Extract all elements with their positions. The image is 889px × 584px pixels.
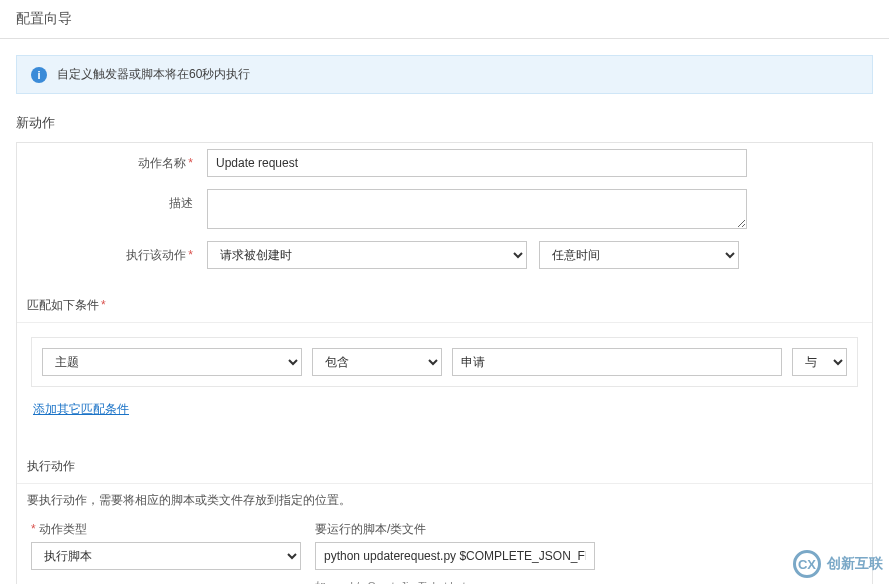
section-new-action: 新动作 [0,110,889,142]
action-form-panel: 动作名称 描述 执行该动作 请求被创建时 任意时间 匹配如下条件 主题 包含 与 [16,142,873,584]
row-action-name: 动作名称 [17,143,872,183]
exec-section: 要执行动作，需要将相应的脚本或类文件存放到指定的位置。 动作类型 执行脚本 要运… [17,484,872,584]
add-criteria-link[interactable]: 添加其它匹配条件 [33,401,129,418]
exec-header: 执行动作 [17,450,872,484]
exec-row: 动作类型 执行脚本 要运行的脚本/类文件 如: cmd /c CreateJir… [17,517,872,584]
label-script: 要运行的脚本/类文件 [315,521,725,538]
label-action-name: 动作名称 [37,149,207,172]
script-hint: 如: cmd /c CreateJiraTicket.bat 。默认情况下，脚本… [315,578,725,584]
criteria-row: 主题 包含 与 [31,337,858,387]
label-description: 描述 [37,189,207,212]
exec-description: 要执行动作，需要将相应的脚本或类文件存放到指定的位置。 [17,484,872,517]
input-script[interactable] [315,542,595,570]
brand-icon: CX [793,550,821,578]
input-criteria-value[interactable] [452,348,782,376]
select-criteria-operator[interactable]: 包含 [312,348,442,376]
label-action-type: 动作类型 [31,521,301,538]
select-action-type[interactable]: 执行脚本 [31,542,301,570]
info-icon: i [31,67,47,83]
brand-text: 创新互联 [827,555,883,573]
select-time[interactable]: 任意时间 [539,241,739,269]
info-banner-text: 自定义触发器或脚本将在60秒内执行 [57,66,250,83]
row-description: 描述 [17,183,872,235]
page-title: 配置向导 [0,0,889,39]
criteria-header: 匹配如下条件 [17,289,872,323]
textarea-description[interactable] [207,189,747,229]
label-trigger: 执行该动作 [37,241,207,264]
select-criteria-logic[interactable]: 与 [792,348,847,376]
select-criteria-field[interactable]: 主题 [42,348,302,376]
brand-watermark: CX 创新互联 [793,550,883,578]
input-action-name[interactable] [207,149,747,177]
select-trigger[interactable]: 请求被创建时 [207,241,527,269]
criteria-box: 主题 包含 与 添加其它匹配条件 [17,323,872,436]
row-trigger: 执行该动作 请求被创建时 任意时间 [17,235,872,275]
info-banner: i 自定义触发器或脚本将在60秒内执行 [16,55,873,94]
